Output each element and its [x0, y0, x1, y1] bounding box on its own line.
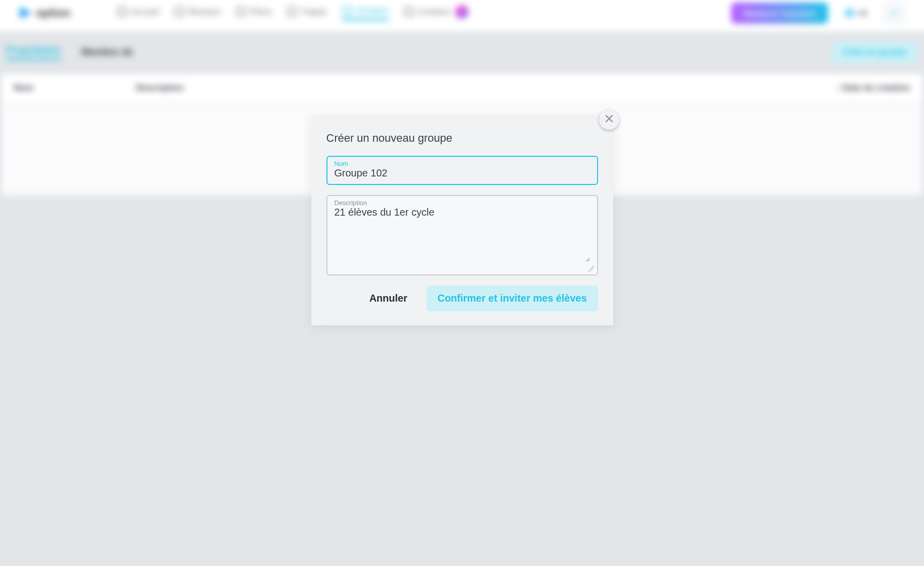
modal-title: Créer un nouveau groupe	[326, 132, 598, 145]
name-field-label: Nom	[334, 160, 590, 167]
name-field[interactable]: Nom	[326, 156, 598, 185]
close-icon	[605, 113, 614, 126]
name-input[interactable]	[334, 167, 590, 179]
description-input[interactable]	[334, 207, 590, 262]
close-button[interactable]	[599, 110, 619, 130]
create-group-modal: Créer un nouveau groupe Nom Description …	[311, 116, 613, 325]
description-field-label: Description	[334, 199, 590, 207]
resize-handle-icon[interactable]	[588, 265, 594, 271]
description-field[interactable]: Description	[326, 195, 598, 275]
confirm-button[interactable]: Confirmer et inviter mes élèves	[427, 286, 598, 311]
modal-actions: Annuler Confirmer et inviter mes élèves	[326, 286, 598, 311]
cancel-button[interactable]: Annuler	[365, 287, 411, 310]
modal-overlay: Créer un nouveau groupe Nom Description …	[0, 0, 924, 566]
